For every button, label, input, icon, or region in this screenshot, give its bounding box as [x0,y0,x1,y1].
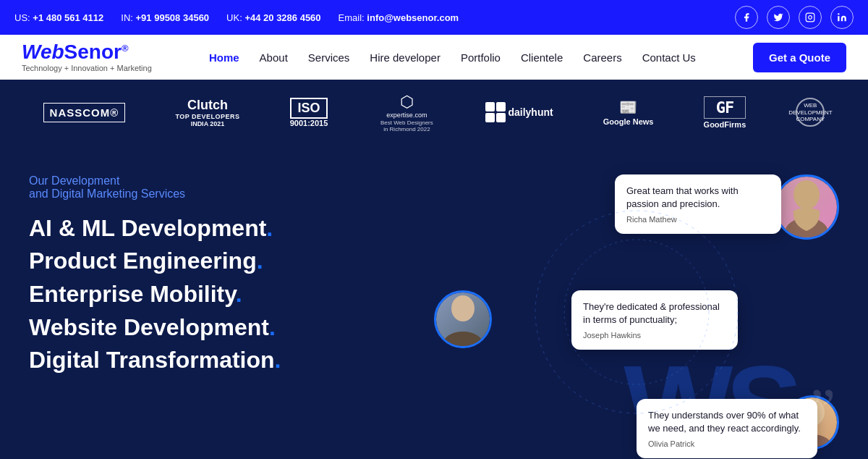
dailyhunt-label: dailyhunt [508,106,553,118]
iso-badge: ISO 9001:2015 [290,98,328,127]
svg-point-10 [564,240,709,384]
clutch-sub2: INDIA 2021 [175,120,239,127]
get-quote-button[interactable]: Get a Quote [753,43,846,72]
nav-bar: WebSenor® Technology + Innovation + Mark… [0,35,868,80]
hero-section: Our Developmentand Digital Marketing Ser… [0,146,868,459]
expertise-label: expertise.com [378,111,435,119]
profile-1 [774,174,839,240]
service-1: AI & ML Development. [29,214,434,244]
hero-right: WS Great team that works with passion an… [434,174,839,450]
service-5: Digital Transformation. [29,345,434,376]
google-news-label: Google News [603,117,654,126]
svg-point-5 [451,295,475,321]
nasscom-label: NASSCOM® [43,103,126,122]
svg-point-2 [838,13,839,14]
email-contact: Email: info@websenor.com [339,12,459,23]
svg-point-3 [793,180,820,209]
clutch-main: Clutch [175,98,239,113]
logo-text: WebSenor® [22,42,152,62]
nav-home[interactable]: Home [209,51,239,64]
clutch-sub1: TOP DEVELOPERS [175,113,239,120]
nasscom-badge: NASSCOM® [43,103,126,122]
nav-about[interactable]: About [260,51,288,64]
testimonial-cards: Great team that works with passion and p… [434,174,839,450]
nav-services[interactable]: Services [308,51,350,64]
nav-contact-us[interactable]: Contact Us [642,51,696,64]
svg-point-9 [535,211,738,413]
expertise-badge: ⬡ expertise.com Best Web Designers in Ri… [378,93,435,132]
logo-tagline: Technology + Innovation + Marketing [22,64,152,72]
nav-links: Home About Services Hire developer Portf… [209,51,696,64]
award-label: WEB DEVELOPMENT COMPANY [796,98,825,127]
award-badge: WEB DEVELOPMENT COMPANY [796,98,825,127]
top-bar: US: +1 480 561 4112 IN: +91 99508 34560 … [0,0,868,35]
iso-year: 9001:2015 [290,119,328,127]
instagram-icon[interactable] [799,6,822,29]
testimonial-author-3: Olivia Patrick [648,439,806,448]
service-2: Product Engineering. [29,246,434,277]
expertise-sub: Best Web Designers in Richmond 2022 [378,119,435,132]
facebook-icon[interactable] [735,6,758,29]
nav-portfolio[interactable]: Portfolio [461,51,501,64]
social-links [735,6,854,29]
logo: WebSenor® Technology + Innovation + Mark… [22,42,152,72]
us-contact: US: +1 480 561 4112 [14,12,103,23]
google-news-badge: 📰 Google News [603,98,654,126]
badges-row: NASSCOM® Clutch TOP DEVELOPERS INDIA 202… [0,80,868,146]
dailyhunt-badge: dailyhunt [485,102,553,122]
nav-hire-developer[interactable]: Hire developer [370,51,441,64]
goodfirms-label: GoodFirms [704,120,746,129]
contact-info: US: +1 480 561 4112 IN: +91 99508 34560 … [14,12,459,23]
svg-rect-0 [806,13,814,22]
hero-subtitle: Our Developmentand Digital Marketing Ser… [29,174,434,201]
profile-2 [434,290,492,348]
iso-main: ISO [290,98,328,119]
clutch-badge: Clutch TOP DEVELOPERS INDIA 2021 [175,98,239,127]
uk-contact: UK: +44 20 3286 4560 [226,12,320,23]
in-contact: IN: +91 99508 34560 [121,12,209,23]
linkedin-icon[interactable] [830,6,854,29]
twitter-icon[interactable] [767,6,790,29]
service-3: Enterprise Mobility. [29,279,434,310]
nav-clientele[interactable]: Clientele [521,51,563,64]
hero-services: AI & ML Development. Product Engineering… [29,214,434,376]
svg-point-6 [443,332,483,348]
service-4: Website Development. [29,313,434,343]
decorative-quote-mark: ” [809,376,835,442]
goodfirms-badge: GF GoodFirms [704,96,746,129]
nav-careers[interactable]: Careers [583,51,621,64]
hero-left: Our Developmentand Digital Marketing Ser… [29,174,434,450]
